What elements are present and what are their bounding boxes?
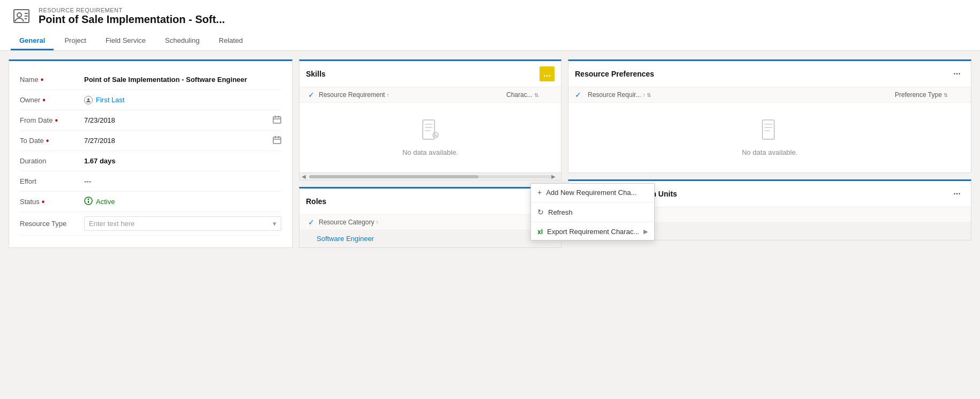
skills-card: Skills ... ✓ Resource Requirement ↑ Char…: [299, 59, 562, 180]
owner-label: Owner •: [20, 96, 84, 104]
resource-preferences-card: Resource Preferences ··· ✓ Resource Requ…: [568, 59, 971, 173]
skills-scrollbar[interactable]: ◀ ▶: [300, 172, 561, 180]
resource-type-row: Resource Type Enter text here ▾: [20, 212, 281, 236]
context-menu-divider-2: [531, 222, 654, 222]
duration-row: Duration 1.67 days: [20, 151, 281, 171]
skills-more-button[interactable]: ...: [540, 66, 555, 81]
tab-project[interactable]: Project: [56, 32, 94, 50]
skills-col-resource-requirement[interactable]: Resource Requirement ↑: [319, 91, 504, 99]
nav-tabs: General Project Field Service Scheduling…: [11, 32, 969, 50]
roles-row-link[interactable]: Software Engineer: [317, 235, 555, 243]
export-icon: xl: [537, 228, 543, 236]
pref-col-preference-type[interactable]: Preference Type ⇅: [895, 91, 964, 99]
context-menu-add-new-label: Add New Requirement Cha...: [546, 189, 637, 197]
record-title: Point of Sale Implementation - Soft...: [39, 13, 225, 26]
roles-col-check: ✓: [306, 218, 317, 227]
skills-scrollbar-track[interactable]: [309, 175, 551, 178]
duration-value: 1.67 days: [84, 157, 281, 165]
from-date-value: 7/23/2018: [84, 115, 281, 125]
pref-sort-resource2-icon: ⇅: [647, 92, 651, 98]
status-value: Active: [84, 197, 281, 207]
resource-preferences-col-header: ✓ Resource Requir... ↑ ⇅ Preference Type…: [568, 87, 971, 103]
svg-point-15: [88, 199, 89, 200]
roles-sort-icon: ↑: [376, 220, 378, 225]
tab-field-service[interactable]: Field Service: [97, 32, 154, 50]
context-menu: + Add New Requirement Cha... ↻ Refresh x…: [530, 183, 655, 240]
from-date-row: From Date • 7/23/2018: [20, 110, 281, 131]
skills-header: Skills ...: [300, 61, 561, 87]
roles-col-resource-category[interactable]: Resource Category ↑: [319, 219, 555, 226]
skills-col-header: ✓ Resource Requirement ↑ Charac... ⇅: [300, 87, 561, 103]
skills-no-data-label: No data available.: [402, 148, 458, 156]
pref-sort-preference-icon: ⇅: [944, 92, 948, 98]
svg-rect-6: [273, 117, 281, 123]
to-date-label: To Date •: [20, 137, 84, 145]
owner-value: First Last: [84, 96, 281, 104]
svg-rect-10: [273, 137, 281, 144]
resource-type-placeholder: Enter text here: [89, 220, 134, 228]
from-date-required: •: [55, 116, 58, 125]
tab-related[interactable]: Related: [210, 32, 251, 50]
add-new-icon: +: [537, 188, 542, 197]
svg-point-1: [17, 13, 21, 17]
skills-col-check: ✓: [306, 91, 317, 99]
owner-link[interactable]: First Last: [96, 96, 124, 104]
svg-rect-22: [762, 120, 774, 139]
skills-title: Skills: [306, 70, 540, 78]
skills-scroll-right[interactable]: ▶: [551, 174, 559, 179]
skills-scrollbar-thumb: [309, 175, 478, 178]
context-menu-add-new[interactable]: + Add New Requirement Cha...: [531, 184, 654, 201]
effort-value: ---: [84, 177, 281, 185]
to-date-calendar-icon[interactable]: [273, 135, 281, 146]
tab-scheduling[interactable]: Scheduling: [156, 32, 208, 50]
pref-col-check: ✓: [575, 91, 586, 99]
status-icon: [84, 197, 93, 207]
owner-required: •: [42, 96, 46, 104]
resource-type-label: Resource Type: [20, 220, 84, 228]
resource-preferences-no-data-icon: [760, 119, 780, 144]
owner-circle-icon: [84, 96, 93, 104]
record-icon: [11, 5, 32, 27]
preferred-org-units-more-button[interactable]: ···: [949, 186, 964, 201]
roles-header: Roles ···: [300, 189, 561, 215]
name-label: Name •: [20, 76, 84, 84]
skills-col-charac[interactable]: Charac... ⇅: [506, 91, 555, 99]
roles-title: Roles: [306, 197, 540, 206]
roles-card: Roles ··· ✓ Resource Category ↑ Software…: [299, 187, 562, 248]
resource-preferences-more-button[interactable]: ···: [949, 66, 964, 81]
context-menu-refresh[interactable]: ↻ Refresh: [531, 204, 654, 221]
context-menu-divider-1: [531, 202, 654, 202]
form-card: Name • Point of Sale Implementation - So…: [9, 59, 293, 248]
skills-no-data-icon: [421, 119, 440, 144]
resource-preferences-no-data: No data available.: [568, 103, 971, 172]
duration-label: Duration: [20, 157, 84, 165]
roles-col-header: ✓ Resource Category ↑: [300, 215, 561, 230]
roles-data-row: Software Engineer: [300, 230, 561, 247]
skills-sort-charac-icon: ⇅: [534, 92, 538, 98]
to-date-row: To Date • 7/27/2018: [20, 131, 281, 151]
resource-preferences-header: Resource Preferences ···: [568, 61, 971, 87]
status-row: Status • Active: [20, 192, 281, 212]
status-label: Status •: [20, 198, 84, 206]
resource-preferences-no-data-label: No data available.: [742, 148, 797, 156]
context-menu-export-label: Export Requirement Charac...: [547, 228, 639, 236]
to-date-value: 7/27/2018: [84, 135, 281, 146]
from-date-calendar-icon[interactable]: [273, 115, 281, 125]
resource-preferences-title: Resource Preferences: [575, 70, 949, 78]
name-required: •: [41, 76, 44, 84]
skills-scroll-left[interactable]: ◀: [302, 174, 309, 179]
name-value: Point of Sale Implementation - Software …: [84, 76, 281, 84]
refresh-icon: ↻: [537, 208, 544, 216]
resource-type-dropdown[interactable]: Enter text here ▾: [84, 216, 281, 231]
pref-col-resource-requir[interactable]: Resource Requir... ↑ ⇅: [588, 91, 893, 99]
context-menu-export[interactable]: xl Export Requirement Charac... ▶: [531, 223, 654, 240]
pref-sort-resource-icon: ↑: [642, 92, 645, 98]
name-row: Name • Point of Sale Implementation - So…: [20, 70, 281, 90]
effort-label: Effort: [20, 177, 84, 185]
dropdown-chevron-icon: ▾: [273, 220, 276, 228]
from-date-label: From Date •: [20, 116, 84, 125]
tab-general[interactable]: General: [11, 32, 54, 50]
export-submenu-arrow-icon: ▶: [644, 228, 648, 235]
owner-row: Owner • First Last: [20, 90, 281, 110]
to-date-required: •: [46, 137, 49, 145]
